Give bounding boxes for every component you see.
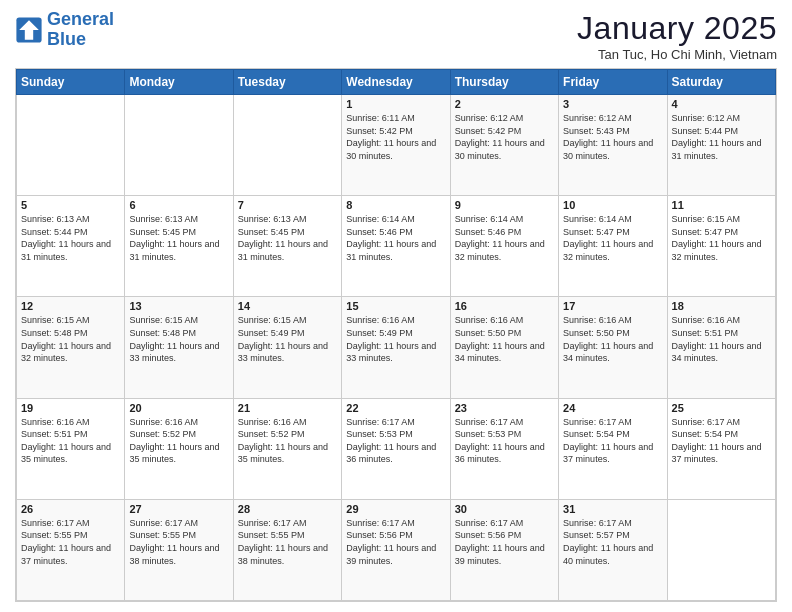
day-number: 4 — [672, 98, 771, 110]
month-title: January 2025 — [577, 10, 777, 47]
week-row-4: 26Sunrise: 6:17 AMSunset: 5:55 PMDayligh… — [17, 499, 776, 600]
day-info: Sunrise: 6:17 AMSunset: 5:53 PMDaylight:… — [346, 416, 445, 466]
day-info: Sunrise: 6:15 AMSunset: 5:48 PMDaylight:… — [21, 314, 120, 364]
day-cell: 3Sunrise: 6:12 AMSunset: 5:43 PMDaylight… — [559, 95, 667, 196]
day-number: 21 — [238, 402, 337, 414]
day-cell — [17, 95, 125, 196]
day-cell: 23Sunrise: 6:17 AMSunset: 5:53 PMDayligh… — [450, 398, 558, 499]
day-info: Sunrise: 6:17 AMSunset: 5:56 PMDaylight:… — [346, 517, 445, 567]
day-cell — [667, 499, 775, 600]
day-cell: 8Sunrise: 6:14 AMSunset: 5:46 PMDaylight… — [342, 196, 450, 297]
day-number: 25 — [672, 402, 771, 414]
day-cell: 22Sunrise: 6:17 AMSunset: 5:53 PMDayligh… — [342, 398, 450, 499]
day-cell: 4Sunrise: 6:12 AMSunset: 5:44 PMDaylight… — [667, 95, 775, 196]
day-number: 24 — [563, 402, 662, 414]
day-info: Sunrise: 6:12 AMSunset: 5:44 PMDaylight:… — [672, 112, 771, 162]
day-info: Sunrise: 6:15 AMSunset: 5:47 PMDaylight:… — [672, 213, 771, 263]
week-row-2: 12Sunrise: 6:15 AMSunset: 5:48 PMDayligh… — [17, 297, 776, 398]
day-cell: 25Sunrise: 6:17 AMSunset: 5:54 PMDayligh… — [667, 398, 775, 499]
weekday-header-monday: Monday — [125, 70, 233, 95]
day-cell: 1Sunrise: 6:11 AMSunset: 5:42 PMDaylight… — [342, 95, 450, 196]
day-cell: 24Sunrise: 6:17 AMSunset: 5:54 PMDayligh… — [559, 398, 667, 499]
calendar-header: SundayMondayTuesdayWednesdayThursdayFrid… — [17, 70, 776, 95]
day-cell: 20Sunrise: 6:16 AMSunset: 5:52 PMDayligh… — [125, 398, 233, 499]
day-info: Sunrise: 6:14 AMSunset: 5:47 PMDaylight:… — [563, 213, 662, 263]
day-cell: 11Sunrise: 6:15 AMSunset: 5:47 PMDayligh… — [667, 196, 775, 297]
day-number: 26 — [21, 503, 120, 515]
day-cell — [233, 95, 341, 196]
day-cell: 18Sunrise: 6:16 AMSunset: 5:51 PMDayligh… — [667, 297, 775, 398]
day-number: 14 — [238, 300, 337, 312]
day-number: 28 — [238, 503, 337, 515]
calendar-body: 1Sunrise: 6:11 AMSunset: 5:42 PMDaylight… — [17, 95, 776, 601]
day-info: Sunrise: 6:14 AMSunset: 5:46 PMDaylight:… — [455, 213, 554, 263]
weekday-header-tuesday: Tuesday — [233, 70, 341, 95]
day-cell: 31Sunrise: 6:17 AMSunset: 5:57 PMDayligh… — [559, 499, 667, 600]
weekday-header-wednesday: Wednesday — [342, 70, 450, 95]
day-cell: 10Sunrise: 6:14 AMSunset: 5:47 PMDayligh… — [559, 196, 667, 297]
day-info: Sunrise: 6:13 AMSunset: 5:44 PMDaylight:… — [21, 213, 120, 263]
day-number: 8 — [346, 199, 445, 211]
day-info: Sunrise: 6:17 AMSunset: 5:55 PMDaylight:… — [129, 517, 228, 567]
day-number: 29 — [346, 503, 445, 515]
page: General Blue January 2025 Tan Tuc, Ho Ch… — [0, 0, 792, 612]
day-number: 31 — [563, 503, 662, 515]
day-info: Sunrise: 6:16 AMSunset: 5:51 PMDaylight:… — [672, 314, 771, 364]
day-info: Sunrise: 6:16 AMSunset: 5:52 PMDaylight:… — [238, 416, 337, 466]
day-info: Sunrise: 6:15 AMSunset: 5:49 PMDaylight:… — [238, 314, 337, 364]
logo: General Blue — [15, 10, 114, 50]
week-row-0: 1Sunrise: 6:11 AMSunset: 5:42 PMDaylight… — [17, 95, 776, 196]
day-cell: 17Sunrise: 6:16 AMSunset: 5:50 PMDayligh… — [559, 297, 667, 398]
location: Tan Tuc, Ho Chi Minh, Vietnam — [577, 47, 777, 62]
day-number: 23 — [455, 402, 554, 414]
day-cell: 12Sunrise: 6:15 AMSunset: 5:48 PMDayligh… — [17, 297, 125, 398]
day-cell: 2Sunrise: 6:12 AMSunset: 5:42 PMDaylight… — [450, 95, 558, 196]
week-row-1: 5Sunrise: 6:13 AMSunset: 5:44 PMDaylight… — [17, 196, 776, 297]
day-info: Sunrise: 6:16 AMSunset: 5:49 PMDaylight:… — [346, 314, 445, 364]
weekday-row: SundayMondayTuesdayWednesdayThursdayFrid… — [17, 70, 776, 95]
day-info: Sunrise: 6:16 AMSunset: 5:51 PMDaylight:… — [21, 416, 120, 466]
day-cell: 14Sunrise: 6:15 AMSunset: 5:49 PMDayligh… — [233, 297, 341, 398]
day-cell: 28Sunrise: 6:17 AMSunset: 5:55 PMDayligh… — [233, 499, 341, 600]
day-cell: 13Sunrise: 6:15 AMSunset: 5:48 PMDayligh… — [125, 297, 233, 398]
title-block: January 2025 Tan Tuc, Ho Chi Minh, Vietn… — [577, 10, 777, 62]
day-cell — [125, 95, 233, 196]
day-info: Sunrise: 6:17 AMSunset: 5:55 PMDaylight:… — [21, 517, 120, 567]
day-number: 22 — [346, 402, 445, 414]
day-number: 30 — [455, 503, 554, 515]
weekday-header-friday: Friday — [559, 70, 667, 95]
day-number: 2 — [455, 98, 554, 110]
weekday-header-saturday: Saturday — [667, 70, 775, 95]
day-info: Sunrise: 6:17 AMSunset: 5:53 PMDaylight:… — [455, 416, 554, 466]
day-number: 7 — [238, 199, 337, 211]
day-info: Sunrise: 6:13 AMSunset: 5:45 PMDaylight:… — [129, 213, 228, 263]
day-number: 3 — [563, 98, 662, 110]
day-number: 17 — [563, 300, 662, 312]
day-number: 12 — [21, 300, 120, 312]
day-number: 9 — [455, 199, 554, 211]
day-info: Sunrise: 6:15 AMSunset: 5:48 PMDaylight:… — [129, 314, 228, 364]
day-cell: 27Sunrise: 6:17 AMSunset: 5:55 PMDayligh… — [125, 499, 233, 600]
day-cell: 16Sunrise: 6:16 AMSunset: 5:50 PMDayligh… — [450, 297, 558, 398]
day-cell: 30Sunrise: 6:17 AMSunset: 5:56 PMDayligh… — [450, 499, 558, 600]
day-cell: 6Sunrise: 6:13 AMSunset: 5:45 PMDaylight… — [125, 196, 233, 297]
day-cell: 15Sunrise: 6:16 AMSunset: 5:49 PMDayligh… — [342, 297, 450, 398]
day-info: Sunrise: 6:14 AMSunset: 5:46 PMDaylight:… — [346, 213, 445, 263]
day-number: 6 — [129, 199, 228, 211]
day-info: Sunrise: 6:13 AMSunset: 5:45 PMDaylight:… — [238, 213, 337, 263]
day-number: 15 — [346, 300, 445, 312]
day-cell: 21Sunrise: 6:16 AMSunset: 5:52 PMDayligh… — [233, 398, 341, 499]
day-info: Sunrise: 6:16 AMSunset: 5:50 PMDaylight:… — [563, 314, 662, 364]
weekday-header-sunday: Sunday — [17, 70, 125, 95]
day-number: 27 — [129, 503, 228, 515]
calendar: SundayMondayTuesdayWednesdayThursdayFrid… — [15, 68, 777, 602]
day-number: 16 — [455, 300, 554, 312]
day-info: Sunrise: 6:11 AMSunset: 5:42 PMDaylight:… — [346, 112, 445, 162]
day-number: 10 — [563, 199, 662, 211]
weekday-header-thursday: Thursday — [450, 70, 558, 95]
day-cell: 5Sunrise: 6:13 AMSunset: 5:44 PMDaylight… — [17, 196, 125, 297]
day-cell: 9Sunrise: 6:14 AMSunset: 5:46 PMDaylight… — [450, 196, 558, 297]
day-info: Sunrise: 6:12 AMSunset: 5:42 PMDaylight:… — [455, 112, 554, 162]
logo-text: General Blue — [47, 10, 114, 50]
week-row-3: 19Sunrise: 6:16 AMSunset: 5:51 PMDayligh… — [17, 398, 776, 499]
